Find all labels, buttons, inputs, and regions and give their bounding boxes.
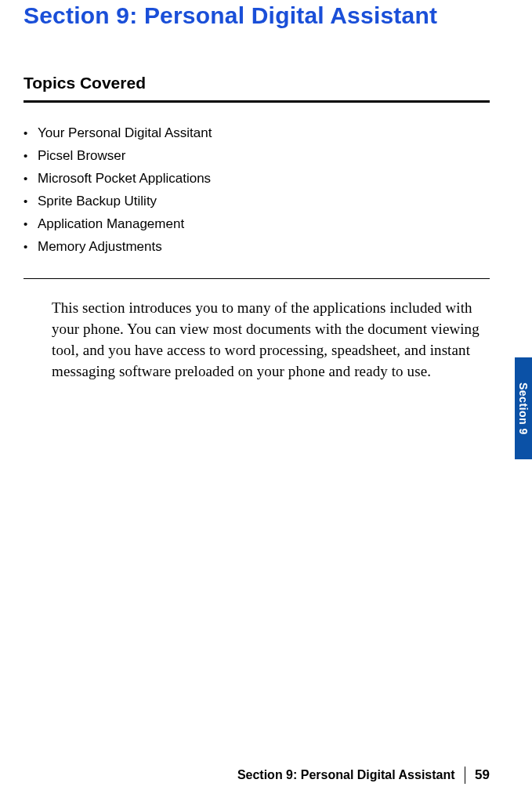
side-tab-section-9: Section 9 bbox=[515, 357, 532, 459]
body-paragraph: This section introduces you to many of t… bbox=[52, 298, 485, 382]
list-item: Application Management bbox=[24, 212, 490, 235]
list-item: Your Personal Digital Assitant bbox=[24, 121, 490, 144]
topics-list: Your Personal Digital Assitant Picsel Br… bbox=[24, 121, 490, 258]
list-item: Microsoft Pocket Applications bbox=[24, 167, 490, 190]
list-item: Picsel Browser bbox=[24, 144, 490, 167]
list-item: Memory Adjustments bbox=[24, 235, 490, 258]
footer-page-number: 59 bbox=[475, 767, 490, 783]
section-title: Section 9: Personal Digital Assistant bbox=[24, 0, 490, 30]
footer-section-title: Section 9: Personal Digital Assistant bbox=[237, 768, 455, 782]
topics-rule-top bbox=[24, 100, 490, 103]
topics-covered-heading: Topics Covered bbox=[24, 74, 490, 92]
topics-rule-bottom bbox=[24, 278, 490, 279]
list-item: Sprite Backup Utility bbox=[24, 190, 490, 212]
page-footer: Section 9: Personal Digital Assistant 59 bbox=[237, 767, 490, 784]
footer-divider bbox=[465, 767, 466, 784]
